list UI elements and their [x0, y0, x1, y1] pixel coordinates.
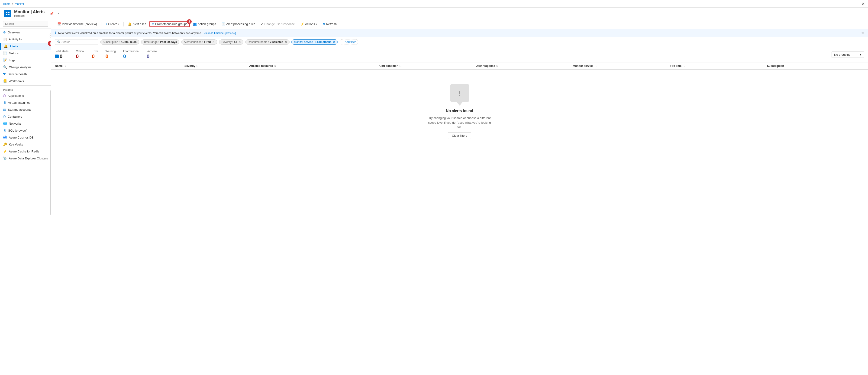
- sidebar-item-data-explorer[interactable]: 📡 Azure Data Explorer Clusters: [0, 155, 51, 162]
- sidebar-label: SQL (preview): [8, 129, 27, 132]
- monitor-icon: [4, 10, 11, 17]
- actions-button[interactable]: ⚡ Actions ▾: [298, 21, 319, 27]
- action-groups-button[interactable]: 👥 Action groups: [191, 21, 219, 27]
- sidebar-item-cosmos-db[interactable]: 🌀 Azure Cosmos DB: [0, 134, 51, 141]
- prometheus-label: Prometheus rule groups: [155, 22, 187, 26]
- sidebar-item-overview[interactable]: ⊙ Overview: [0, 29, 51, 36]
- create-button[interactable]: + Create ▾: [103, 21, 122, 27]
- sidebar-item-applications[interactable]: ⬡ Applications: [0, 92, 51, 99]
- notification-close-button[interactable]: ✕: [861, 31, 864, 35]
- breadcrumb-home[interactable]: Home: [3, 2, 10, 6]
- user-response-sort-icon: ↑↓: [496, 65, 498, 67]
- table-col-severity[interactable]: Severity ↑↓: [184, 64, 249, 67]
- verbose-label: Verbose: [147, 50, 157, 53]
- subscription-filter-tag[interactable]: Subscription : ACME Telco: [100, 39, 139, 44]
- sidebar-item-service-health[interactable]: ❤ Service health: [0, 70, 51, 77]
- table-col-alert-condition[interactable]: Alert condition ↑↓: [379, 64, 476, 67]
- table-col-monitor-service[interactable]: Monitor service ↑↓: [573, 64, 670, 67]
- svg-rect-0: [6, 11, 7, 13]
- table-col-fire-time[interactable]: Fire time ↑↓: [670, 64, 767, 67]
- table-col-user-response[interactable]: User response ↑↓: [476, 64, 572, 67]
- page-subtitle: Microsoft: [14, 14, 44, 17]
- alert-condition-close-button[interactable]: ✕: [212, 40, 215, 43]
- sidebar: « ⊙ Overview 📋 Activity log 🔔 Alerts 1 📊…: [0, 19, 51, 375]
- sidebar-item-metrics[interactable]: 📊 Metrics: [0, 50, 51, 57]
- sidebar-item-key-vaults[interactable]: 🔑 Key Vaults: [0, 141, 51, 148]
- alert-processing-rules-button[interactable]: 📄 Alert processing rules: [219, 21, 257, 27]
- workbooks-icon: 📒: [3, 79, 7, 83]
- sidebar-item-virtual-machines[interactable]: 🖥 Virtual Machines: [0, 99, 51, 106]
- notification-bar: ℹ New: View alerts visualized on a timel…: [51, 29, 868, 37]
- sidebar-label: Storage accounts: [8, 108, 31, 112]
- explorer-icon: 📡: [3, 156, 7, 160]
- monitor-service-close-button[interactable]: ✕: [333, 40, 335, 43]
- processing-rules-icon: 📄: [222, 22, 225, 26]
- search-icon: 🔍: [57, 40, 61, 43]
- notification-link[interactable]: View as timeline (preview): [204, 32, 236, 35]
- name-sort-icon: ↑↓: [64, 65, 66, 67]
- warning-stat: Warning 0: [105, 50, 116, 59]
- key-vault-icon: 🔑: [3, 143, 7, 146]
- table-col-subscription: Subscription: [767, 64, 864, 67]
- stats-bar: Total alerts 0 Critical 0 Error 0 Warnin…: [51, 47, 868, 62]
- refresh-button[interactable]: ↻ Refresh: [320, 21, 339, 27]
- table-col-name[interactable]: Name ↑↓: [55, 64, 184, 67]
- severity-tag-value: all: [234, 40, 237, 43]
- cache-icon: ⚡: [3, 150, 7, 153]
- sidebar-item-change-analysis[interactable]: 🔍 Change Analysis: [0, 64, 51, 70]
- prometheus-rule-groups-button[interactable]: ⊙ Prometheus rule groups 2: [149, 21, 190, 27]
- window-close-button[interactable]: ✕: [862, 1, 865, 6]
- grouping-dropdown[interactable]: No grouping ▾: [832, 52, 864, 58]
- sidebar-item-networks[interactable]: 🌐 Networks: [0, 120, 51, 127]
- breadcrumb-bar: Home > Monitor ✕: [0, 0, 868, 8]
- sidebar-item-sql[interactable]: 🗄 SQL (preview): [0, 127, 51, 134]
- resource-name-close-button[interactable]: ✕: [285, 40, 287, 43]
- sidebar-item-logs[interactable]: 📝 Logs: [0, 57, 51, 64]
- grouping-chevron-icon: ▾: [860, 53, 862, 56]
- severity-filter-tag[interactable]: Severity : all ✕: [219, 39, 243, 44]
- activity-log-icon: 📋: [3, 37, 7, 41]
- toolbar-separator-2: [123, 22, 124, 27]
- sidebar-item-activity-log[interactable]: 📋 Activity log: [0, 36, 51, 43]
- alerts-icon: 🔔: [4, 44, 8, 48]
- time-range-filter-tag[interactable]: Time range : Past 30 days: [141, 39, 180, 44]
- change-response-label: Change user response: [264, 22, 295, 26]
- clear-filters-button[interactable]: Clear filters: [448, 132, 471, 139]
- add-filter-button[interactable]: + Add filter: [340, 39, 358, 45]
- filter-search-input[interactable]: [61, 40, 96, 43]
- change-analysis-icon: 🔍: [3, 65, 7, 69]
- time-range-tag-value: Past 30 days: [160, 40, 177, 43]
- sidebar-item-azure-cache[interactable]: ⚡ Azure Cache for Redis: [0, 148, 51, 155]
- table-col-affected-resource[interactable]: Affected resource ↑↓: [249, 64, 379, 67]
- severity-close-button[interactable]: ✕: [239, 40, 241, 43]
- sidebar-item-containers[interactable]: ⬡ Containers: [0, 113, 51, 120]
- plus-icon: +: [105, 22, 107, 26]
- containers-icon: ⬡: [3, 115, 6, 118]
- empty-state: ! No alerts found Try changing your sear…: [51, 70, 868, 153]
- monitor-service-sort-icon: ↑↓: [594, 65, 596, 67]
- action-groups-icon: 👥: [193, 22, 197, 26]
- sidebar-item-alerts[interactable]: 🔔 Alerts 1: [0, 43, 51, 50]
- pin-button[interactable]: 📌: [49, 11, 54, 16]
- sidebar-item-storage-accounts[interactable]: ▦ Storage accounts: [0, 106, 51, 113]
- alert-condition-col-label: Alert condition: [379, 64, 398, 67]
- alert-condition-filter-tag[interactable]: Alert condition : Fired ✕: [181, 39, 217, 44]
- resource-name-filter-tag[interactable]: Resource name : 2 selected ✕: [245, 39, 289, 44]
- metrics-icon: 📊: [3, 51, 7, 55]
- change-user-response-button[interactable]: ✓ Change user response: [258, 21, 297, 27]
- resource-name-tag-label: Resource name :: [248, 40, 269, 43]
- sidebar-search-input[interactable]: [3, 21, 48, 27]
- prometheus-badge: 2: [187, 19, 192, 24]
- view-timeline-button[interactable]: 📅 View as timeline (preview): [55, 21, 99, 27]
- add-filter-label: Add filter: [345, 40, 356, 43]
- create-chevron-icon: ▾: [118, 23, 119, 25]
- monitor-service-filter-tag[interactable]: Monitor service : Prometheus ✕: [291, 39, 338, 44]
- annotation-badge-1: 1: [48, 41, 51, 46]
- breadcrumb-current[interactable]: Monitor: [15, 2, 24, 6]
- alert-rules-button[interactable]: 🔔 Alert rules: [126, 21, 149, 27]
- sidebar-item-workbooks[interactable]: 📒 Workbooks: [0, 77, 51, 85]
- warning-label: Warning: [105, 50, 116, 53]
- more-button[interactable]: ···: [56, 11, 61, 16]
- info-icon: ℹ: [55, 31, 56, 35]
- sidebar-label: Key Vaults: [9, 143, 23, 146]
